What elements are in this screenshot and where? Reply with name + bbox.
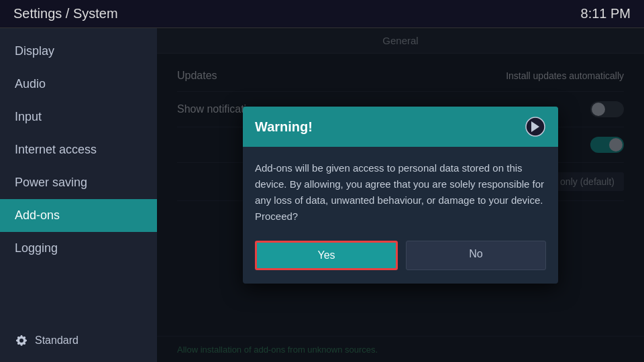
sidebar-item-input[interactable]: Input — [0, 101, 157, 133]
dialog-overlay: Warning! Add-ons will be given access to… — [157, 28, 644, 362]
app-header: Settings / System 8:11 PM — [0, 0, 644, 28]
dialog-title: Warning! — [255, 119, 313, 135]
yes-button[interactable]: Yes — [255, 241, 398, 270]
warning-dialog: Warning! Add-ons will be given access to… — [243, 107, 558, 284]
sidebar: Display Audio Input Internet access Powe… — [0, 28, 157, 362]
clock: 8:11 PM — [581, 6, 631, 21]
page-title: Settings / System — [13, 6, 118, 21]
standard-label: Standard — [35, 335, 78, 347]
dialog-buttons: Yes No — [243, 241, 558, 284]
content-area: General Updates Install updates automati… — [157, 28, 644, 362]
kodi-logo-icon — [525, 116, 546, 137]
sidebar-footer: Standard — [0, 326, 157, 355]
main-layout: Display Audio Input Internet access Powe… — [0, 28, 644, 362]
sidebar-item-internet-access[interactable]: Internet access — [0, 133, 157, 166]
gear-icon — [15, 334, 28, 347]
sidebar-item-display[interactable]: Display — [0, 35, 157, 68]
sidebar-item-audio[interactable]: Audio — [0, 68, 157, 101]
dialog-header: Warning! — [243, 107, 558, 147]
no-button[interactable]: No — [406, 241, 546, 270]
sidebar-item-power-saving[interactable]: Power saving — [0, 166, 157, 199]
dialog-body: Add-ons will be given access to personal… — [243, 147, 558, 241]
sidebar-item-addons[interactable]: Add-ons — [0, 199, 157, 232]
sidebar-item-logging[interactable]: Logging — [0, 232, 157, 265]
